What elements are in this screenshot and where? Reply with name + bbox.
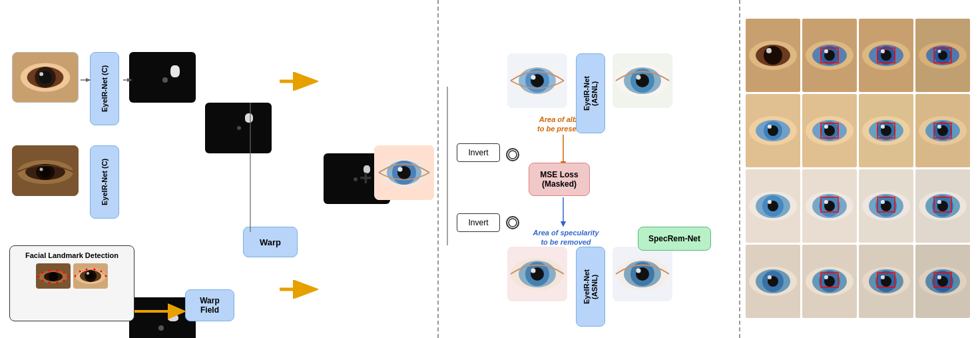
svg-point-30 — [57, 282, 59, 284]
grid-cell-r3c4 — [915, 169, 970, 243]
svg-point-66 — [531, 75, 536, 80]
svg-point-31 — [49, 282, 51, 284]
svg-point-136 — [937, 125, 941, 129]
svg-point-18 — [398, 167, 403, 172]
arrow-orange-1 — [278, 72, 318, 93]
svg-point-78 — [531, 269, 536, 273]
grid-cell-r2c1 — [746, 94, 800, 167]
svg-point-170 — [768, 275, 772, 279]
connector-2 — [122, 75, 132, 85]
eye-result-top — [507, 53, 567, 108]
svg-point-22 — [49, 272, 58, 281]
facial-landmark-box: Facial Landmark Detection — [9, 245, 134, 321]
grid-cell-r3c1 — [746, 169, 800, 243]
grid-cell-r2c2 — [802, 94, 857, 167]
grid-cell-r2c3 — [859, 94, 913, 167]
svg-point-72 — [636, 75, 641, 80]
connector-1 — [79, 73, 93, 87]
connector-mid — [434, 87, 461, 247]
svg-point-95 — [824, 49, 828, 53]
grid-cell-r4c3 — [859, 245, 913, 318]
mse-loss-box: MSE Loss(Masked) — [529, 163, 590, 196]
svg-point-89 — [766, 48, 772, 53]
grid-cell-r2c4 — [915, 94, 970, 167]
eye-result-1 — [374, 145, 434, 200]
diagram-container: EyeIR-Net (C) Ey — [0, 0, 980, 338]
svg-point-12 — [40, 168, 43, 171]
svg-point-32 — [42, 280, 44, 282]
svg-point-5 — [39, 72, 43, 76]
svg-point-88 — [764, 46, 782, 65]
svg-point-102 — [881, 49, 885, 53]
arrow-orange-2 — [278, 280, 318, 301]
eye-svg-1 — [13, 52, 78, 103]
dark-output-1 — [129, 52, 196, 103]
result-grid — [746, 19, 970, 318]
source-eye-2 — [12, 145, 79, 196]
svg-point-109 — [938, 50, 941, 53]
plus-sign: + — [360, 165, 372, 190]
grid-cell-r3c2 — [802, 169, 857, 243]
svg-point-183 — [881, 275, 885, 279]
grid-cell-r1c3 — [859, 19, 913, 92]
grid-cell-r1c4 — [915, 19, 970, 92]
svg-point-116 — [768, 125, 772, 129]
svg-point-122 — [824, 125, 828, 129]
svg-point-57 — [509, 151, 517, 159]
svg-point-190 — [937, 275, 941, 279]
arrow-landmark-to-warp — [133, 303, 186, 319]
source-eye-1 — [12, 52, 79, 103]
circle-node-2 — [506, 216, 519, 229]
svg-point-176 — [824, 275, 828, 279]
svg-point-29 — [63, 280, 65, 282]
eye-result-bottom — [507, 247, 567, 301]
landmark-img-1 — [36, 263, 71, 289]
eyeir-net-asnl-2: EyeIR-Net(ASNL) — [576, 247, 605, 327]
specrem-net-box: SpecRem-Net — [638, 227, 711, 251]
svg-point-43 — [87, 272, 89, 275]
warp-field-box: WarpField — [185, 289, 234, 321]
invert-box-2: Invert — [457, 213, 500, 232]
divider-2 — [739, 0, 740, 338]
svg-point-156 — [881, 200, 885, 204]
landmark-img-2 — [73, 263, 108, 289]
svg-point-58 — [509, 219, 517, 227]
grid-cell-r3c3 — [859, 169, 913, 243]
svg-point-143 — [768, 200, 772, 204]
eye-output-top — [612, 53, 672, 108]
landmark-label: Facial Landmark Detection — [25, 251, 119, 259]
annotation-specularity: Area of specularityto be removed — [526, 228, 606, 247]
invert-box-1: Invert — [457, 143, 500, 162]
connector-vertical — [237, 103, 264, 236]
eyeir-net-2: EyeIR-Net (C) — [90, 145, 119, 219]
grid-cell-r4c1 — [746, 245, 800, 318]
grid-cell-r4c2 — [802, 245, 857, 318]
svg-point-149 — [824, 200, 828, 204]
grid-cell-r4c4 — [915, 245, 970, 318]
svg-point-84 — [636, 269, 641, 273]
eyeir-net-asnl-1: EyeIR-Net(ASNL) — [576, 53, 605, 133]
grid-cell-r1c2 — [802, 19, 857, 92]
circle-node-1 — [506, 148, 519, 161]
eye-output-bottom — [612, 247, 672, 301]
eyeir-net-1: EyeIR-Net (C) — [90, 52, 119, 125]
svg-point-129 — [881, 125, 885, 129]
svg-point-163 — [937, 200, 941, 204]
arrow-specularity — [558, 196, 569, 228]
landmark-images — [36, 263, 108, 289]
grid-cell-r1c1 — [746, 19, 800, 92]
